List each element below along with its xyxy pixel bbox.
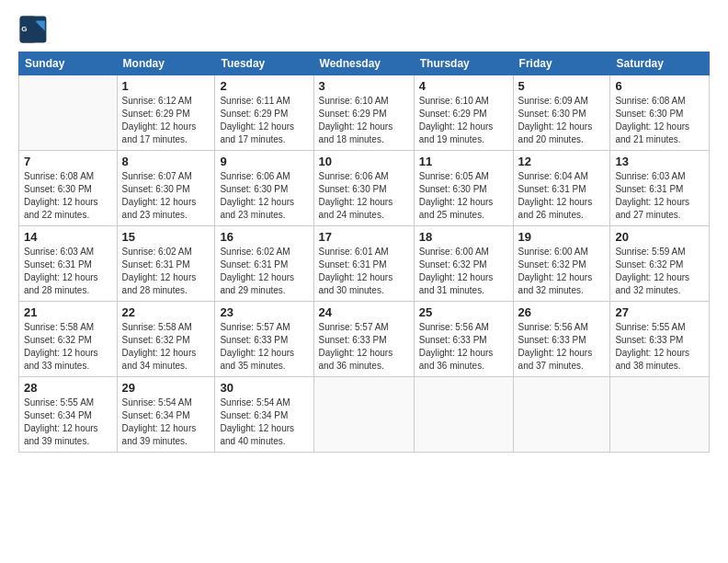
- day-info: Sunrise: 6:00 AM Sunset: 6:32 PM Dayligh…: [518, 246, 606, 297]
- calendar-cell: [313, 377, 414, 453]
- day-info: Sunrise: 5:55 AM Sunset: 6:34 PM Dayligh…: [24, 396, 112, 448]
- calendar-cell: 19Sunrise: 6:00 AM Sunset: 6:32 PM Dayli…: [513, 226, 610, 302]
- calendar-cell: 11Sunrise: 6:05 AM Sunset: 6:30 PM Dayli…: [414, 151, 513, 226]
- calendar-cell: 1Sunrise: 6:12 AM Sunset: 6:29 PM Daylig…: [117, 75, 215, 151]
- day-info: Sunrise: 6:02 AM Sunset: 6:31 PM Dayligh…: [220, 246, 308, 297]
- calendar-cell: [513, 377, 610, 453]
- day-number: 2: [220, 79, 308, 93]
- day-info: Sunrise: 6:02 AM Sunset: 6:31 PM Dayligh…: [122, 246, 210, 297]
- day-number: 17: [319, 230, 409, 244]
- day-number: 28: [24, 381, 112, 395]
- day-number: 30: [220, 381, 308, 395]
- calendar-cell: 25Sunrise: 5:56 AM Sunset: 6:33 PM Dayli…: [414, 302, 513, 377]
- day-number: 19: [518, 230, 606, 244]
- day-number: 14: [24, 230, 112, 244]
- day-info: Sunrise: 6:08 AM Sunset: 6:30 PM Dayligh…: [24, 170, 112, 222]
- header-row: SundayMondayTuesdayWednesdayThursdayFrid…: [19, 52, 710, 75]
- day-number: 16: [220, 230, 308, 244]
- day-info: Sunrise: 6:09 AM Sunset: 6:30 PM Dayligh…: [518, 95, 606, 146]
- day-info: Sunrise: 6:00 AM Sunset: 6:32 PM Dayligh…: [419, 246, 508, 297]
- day-info: Sunrise: 5:57 AM Sunset: 6:33 PM Dayligh…: [220, 321, 308, 373]
- day-number: 7: [24, 155, 112, 168]
- logo-icon: G: [18, 15, 48, 44]
- calendar-cell: 21Sunrise: 5:58 AM Sunset: 6:32 PM Dayli…: [19, 302, 118, 377]
- day-number: 27: [615, 305, 704, 319]
- header-cell-sunday: Sunday: [19, 52, 118, 75]
- calendar-cell: 8Sunrise: 6:07 AM Sunset: 6:30 PM Daylig…: [117, 151, 215, 226]
- day-info: Sunrise: 5:56 AM Sunset: 6:33 PM Dayligh…: [518, 321, 606, 373]
- calendar-cell: 15Sunrise: 6:02 AM Sunset: 6:31 PM Dayli…: [117, 226, 215, 302]
- day-info: Sunrise: 6:12 AM Sunset: 6:29 PM Dayligh…: [122, 95, 210, 146]
- calendar-cell: [19, 75, 118, 151]
- calendar-cell: 17Sunrise: 6:01 AM Sunset: 6:31 PM Dayli…: [313, 226, 414, 302]
- day-number: 25: [419, 305, 508, 319]
- day-info: Sunrise: 6:06 AM Sunset: 6:30 PM Dayligh…: [319, 170, 409, 222]
- day-number: 21: [24, 305, 112, 319]
- header-cell-tuesday: Tuesday: [215, 52, 313, 75]
- logo: G: [18, 15, 51, 44]
- day-info: Sunrise: 5:54 AM Sunset: 6:34 PM Dayligh…: [220, 396, 308, 448]
- day-info: Sunrise: 6:10 AM Sunset: 6:29 PM Dayligh…: [319, 95, 409, 146]
- calendar-week-2: 7Sunrise: 6:08 AM Sunset: 6:30 PM Daylig…: [19, 151, 710, 226]
- day-number: 12: [518, 155, 606, 168]
- day-number: 4: [419, 79, 508, 93]
- day-info: Sunrise: 6:08 AM Sunset: 6:30 PM Dayligh…: [615, 95, 704, 146]
- day-number: 22: [122, 305, 210, 319]
- calendar-cell: 18Sunrise: 6:00 AM Sunset: 6:32 PM Dayli…: [414, 226, 513, 302]
- calendar-cell: 12Sunrise: 6:04 AM Sunset: 6:31 PM Dayli…: [513, 151, 610, 226]
- header-cell-monday: Monday: [117, 52, 215, 75]
- svg-text:G: G: [21, 25, 27, 33]
- calendar-cell: 13Sunrise: 6:03 AM Sunset: 6:31 PM Dayli…: [610, 151, 710, 226]
- calendar-cell: 6Sunrise: 6:08 AM Sunset: 6:30 PM Daylig…: [610, 75, 710, 151]
- day-info: Sunrise: 6:01 AM Sunset: 6:31 PM Dayligh…: [319, 246, 409, 297]
- calendar-week-1: 1Sunrise: 6:12 AM Sunset: 6:29 PM Daylig…: [19, 75, 710, 151]
- calendar-cell: 14Sunrise: 6:03 AM Sunset: 6:31 PM Dayli…: [19, 226, 118, 302]
- day-info: Sunrise: 5:59 AM Sunset: 6:32 PM Dayligh…: [615, 246, 704, 297]
- day-number: 23: [220, 305, 308, 319]
- calendar-cell: 30Sunrise: 5:54 AM Sunset: 6:34 PM Dayli…: [215, 377, 313, 453]
- header-cell-wednesday: Wednesday: [313, 52, 414, 75]
- day-info: Sunrise: 6:11 AM Sunset: 6:29 PM Dayligh…: [220, 95, 308, 146]
- header-cell-thursday: Thursday: [414, 52, 513, 75]
- day-info: Sunrise: 6:07 AM Sunset: 6:30 PM Dayligh…: [122, 170, 210, 222]
- day-info: Sunrise: 5:55 AM Sunset: 6:33 PM Dayligh…: [615, 321, 704, 373]
- day-info: Sunrise: 5:58 AM Sunset: 6:32 PM Dayligh…: [24, 321, 112, 373]
- calendar-cell: 4Sunrise: 6:10 AM Sunset: 6:29 PM Daylig…: [414, 75, 513, 151]
- calendar-week-5: 28Sunrise: 5:55 AM Sunset: 6:34 PM Dayli…: [19, 377, 710, 453]
- day-number: 8: [122, 155, 210, 168]
- day-info: Sunrise: 5:58 AM Sunset: 6:32 PM Dayligh…: [122, 321, 210, 373]
- calendar-cell: [414, 377, 513, 453]
- calendar-cell: 29Sunrise: 5:54 AM Sunset: 6:34 PM Dayli…: [117, 377, 215, 453]
- calendar-cell: 27Sunrise: 5:55 AM Sunset: 6:33 PM Dayli…: [610, 302, 710, 377]
- day-number: 24: [319, 305, 409, 319]
- day-number: 20: [615, 230, 704, 244]
- calendar-cell: [610, 377, 710, 453]
- header: G: [18, 15, 710, 44]
- calendar-cell: 5Sunrise: 6:09 AM Sunset: 6:30 PM Daylig…: [513, 75, 610, 151]
- calendar-week-4: 21Sunrise: 5:58 AM Sunset: 6:32 PM Dayli…: [19, 302, 710, 377]
- calendar-cell: 3Sunrise: 6:10 AM Sunset: 6:29 PM Daylig…: [313, 75, 414, 151]
- calendar-cell: 26Sunrise: 5:56 AM Sunset: 6:33 PM Dayli…: [513, 302, 610, 377]
- day-number: 15: [122, 230, 210, 244]
- day-info: Sunrise: 5:57 AM Sunset: 6:33 PM Dayligh…: [319, 321, 409, 373]
- header-cell-saturday: Saturday: [610, 52, 710, 75]
- day-number: 5: [518, 79, 606, 93]
- day-info: Sunrise: 6:05 AM Sunset: 6:30 PM Dayligh…: [419, 170, 508, 222]
- day-number: 3: [319, 79, 409, 93]
- calendar-table: SundayMondayTuesdayWednesdayThursdayFrid…: [18, 52, 710, 453]
- header-cell-friday: Friday: [513, 52, 610, 75]
- day-number: 13: [615, 155, 704, 168]
- calendar-cell: 16Sunrise: 6:02 AM Sunset: 6:31 PM Dayli…: [215, 226, 313, 302]
- calendar-cell: 10Sunrise: 6:06 AM Sunset: 6:30 PM Dayli…: [313, 151, 414, 226]
- day-number: 29: [122, 381, 210, 395]
- calendar-cell: 23Sunrise: 5:57 AM Sunset: 6:33 PM Dayli…: [215, 302, 313, 377]
- day-number: 9: [220, 155, 308, 168]
- calendar-cell: 28Sunrise: 5:55 AM Sunset: 6:34 PM Dayli…: [19, 377, 118, 453]
- calendar-week-3: 14Sunrise: 6:03 AM Sunset: 6:31 PM Dayli…: [19, 226, 710, 302]
- day-number: 10: [319, 155, 409, 168]
- day-info: Sunrise: 5:56 AM Sunset: 6:33 PM Dayligh…: [419, 321, 508, 373]
- calendar-cell: 20Sunrise: 5:59 AM Sunset: 6:32 PM Dayli…: [610, 226, 710, 302]
- day-info: Sunrise: 5:54 AM Sunset: 6:34 PM Dayligh…: [122, 396, 210, 448]
- day-number: 11: [419, 155, 508, 168]
- day-info: Sunrise: 6:03 AM Sunset: 6:31 PM Dayligh…: [615, 170, 704, 222]
